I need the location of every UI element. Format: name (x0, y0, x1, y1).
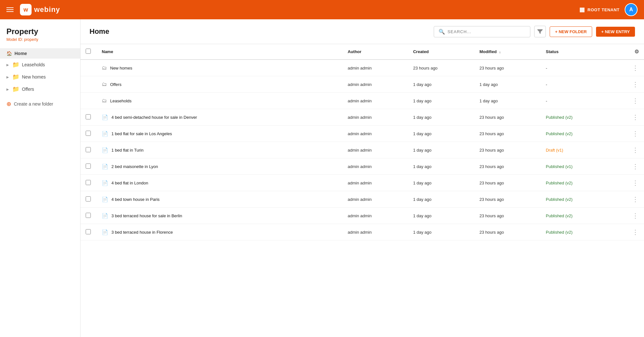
row-checkbox-cell (80, 208, 97, 224)
row-modified-cell: 23 hours ago (474, 175, 541, 191)
row-action-menu[interactable]: ⋮ (632, 114, 639, 121)
row-checkbox-cell (80, 126, 97, 142)
sidebar-item-home-label: Home (14, 51, 27, 56)
row-actions-cell: ⋮ (611, 191, 644, 208)
row-action-menu[interactable]: ⋮ (632, 130, 639, 137)
row-action-menu[interactable]: ⋮ (632, 64, 639, 71)
entry-row-icon: 📄 (102, 114, 108, 120)
row-status-cell: Draft (v1) (541, 142, 611, 158)
table-row: 📄 3 bed terraced house in Florence admin… (80, 224, 644, 240)
row-author-cell: admin admin (343, 224, 408, 240)
row-author-cell: admin admin (343, 60, 408, 76)
author-column-header[interactable]: Author (343, 44, 408, 60)
row-modified-cell: 1 day ago (474, 93, 541, 109)
row-action-menu[interactable]: ⋮ (632, 196, 639, 203)
sidebar-item-offers-label: Offers (22, 87, 34, 92)
logo[interactable]: w webiny (20, 4, 60, 15)
row-author-cell: admin admin (343, 109, 408, 126)
row-actions-cell: ⋮ (611, 158, 644, 175)
status-column-header[interactable]: Status (541, 44, 611, 60)
entry-row-icon: 📄 (102, 164, 108, 170)
folder-row-icon: 🗂 (102, 65, 107, 71)
filter-button[interactable] (534, 26, 546, 37)
row-checkbox[interactable] (86, 180, 91, 185)
modified-column-header[interactable]: Modified ↓ (474, 44, 541, 60)
sidebar-item-new-homes-label: New homes (22, 74, 46, 80)
row-action-menu[interactable]: ⋮ (632, 146, 639, 154)
main-content: Home 🔍 + NEW FOLDER + NEW ENTRY (80, 19, 644, 337)
created-column-header[interactable]: Created (408, 44, 474, 60)
row-name-cell: 🗂 New homes (97, 60, 343, 76)
row-action-menu[interactable]: ⋮ (632, 212, 639, 219)
entry-row-icon: 📄 (102, 213, 108, 219)
page-title: Home (90, 27, 109, 36)
tenant-info: ▦ ROOT TENANT (579, 6, 620, 13)
row-created-cell: 1 day ago (408, 109, 474, 126)
row-author-cell: admin admin (343, 93, 408, 109)
sidebar-item-offers[interactable]: ▶ 📁 Offers (0, 83, 80, 95)
name-column-header[interactable]: Name (97, 44, 343, 60)
row-action-menu[interactable]: ⋮ (632, 229, 639, 236)
row-name-cell: 📄 3 bed terraced house for sale in Berli… (97, 208, 343, 224)
row-actions-cell: ⋮ (611, 175, 644, 191)
search-input[interactable] (448, 29, 526, 34)
create-folder-button[interactable]: ⊕ Create a new folder (0, 97, 80, 111)
table-row: 📄 4 bed town house in Paris admin admin … (80, 191, 644, 208)
row-checkbox-cell (80, 224, 97, 240)
row-name-label: 1 bed flat in Turin (111, 148, 144, 153)
row-modified-cell: 23 hours ago (474, 142, 541, 158)
folder-icon: 📁 (12, 61, 19, 68)
row-checkbox[interactable] (86, 147, 91, 152)
row-checkbox[interactable] (86, 213, 91, 218)
row-name-cell: 📄 4 bed semi-detached house for sale in … (97, 109, 343, 126)
sidebar-item-home[interactable]: 🏠 Home (0, 48, 80, 59)
gear-icon[interactable]: ⚙ (634, 49, 639, 54)
table-row: 🗂 New homes admin admin 23 hours ago 23 … (80, 60, 644, 76)
row-modified-cell: 23 hours ago (474, 208, 541, 224)
row-actions-cell: ⋮ (611, 224, 644, 240)
new-entry-button[interactable]: + NEW ENTRY (596, 27, 635, 37)
row-name-label: 2 bed maisonette in Lyon (111, 164, 158, 169)
entries-table: Name Author Created Modified ↓ (80, 44, 644, 240)
tenant-label: ROOT TENANT (588, 7, 620, 12)
sidebar-item-new-homes[interactable]: ▶ 📁 New homes (0, 71, 80, 83)
user-avatar[interactable]: A (625, 3, 638, 16)
row-checkbox[interactable] (86, 164, 91, 169)
search-box: 🔍 (434, 26, 530, 37)
row-checkbox[interactable] (86, 131, 91, 136)
row-checkbox[interactable] (86, 196, 91, 201)
sort-arrow-icon: ↓ (499, 50, 501, 54)
select-all-checkbox[interactable] (86, 49, 91, 54)
row-checkbox-cell (80, 76, 97, 93)
row-action-menu[interactable]: ⋮ (632, 97, 639, 104)
row-author-cell: admin admin (343, 158, 408, 175)
create-icon: ⊕ (6, 100, 11, 108)
home-icon: 🏠 (6, 51, 12, 56)
row-created-cell: 1 day ago (408, 175, 474, 191)
sidebar-nav: 🏠 Home ▶ 📁 Leaseholds ▶ 📁 New homes ▶ 📁 … (0, 48, 80, 95)
table-row: 🗂 Leaseholds admin admin 1 day ago 1 day… (80, 93, 644, 109)
row-action-menu[interactable]: ⋮ (632, 81, 639, 88)
row-name-cell: 📄 3 bed terraced house in Florence (97, 224, 343, 240)
row-status-cell: Published (v2) (541, 208, 611, 224)
row-author-cell: admin admin (343, 175, 408, 191)
new-folder-button[interactable]: + NEW FOLDER (550, 26, 592, 37)
row-modified-cell: 23 hours ago (474, 109, 541, 126)
row-checkbox-cell (80, 109, 97, 126)
folder-icon-3: 📁 (12, 86, 19, 93)
select-all-col (80, 44, 97, 60)
hamburger-menu[interactable] (6, 7, 14, 12)
sidebar-item-leaseholds[interactable]: ▶ 📁 Leaseholds (0, 59, 80, 71)
row-checkbox[interactable] (86, 114, 91, 119)
row-checkbox[interactable] (86, 229, 91, 234)
row-created-cell: 1 day ago (408, 208, 474, 224)
logo-icon: w (20, 4, 32, 15)
row-action-menu[interactable]: ⋮ (632, 163, 639, 170)
expand-arrow-icon: ▶ (6, 63, 9, 67)
row-action-menu[interactable]: ⋮ (632, 179, 639, 186)
row-checkbox-cell (80, 191, 97, 208)
row-name-cell: 📄 4 bed flat in London (97, 175, 343, 191)
folder-row-icon: 🗂 (102, 98, 107, 104)
row-name-label: 4 bed flat in London (111, 181, 148, 185)
row-name-cell: 📄 4 bed town house in Paris (97, 191, 343, 208)
